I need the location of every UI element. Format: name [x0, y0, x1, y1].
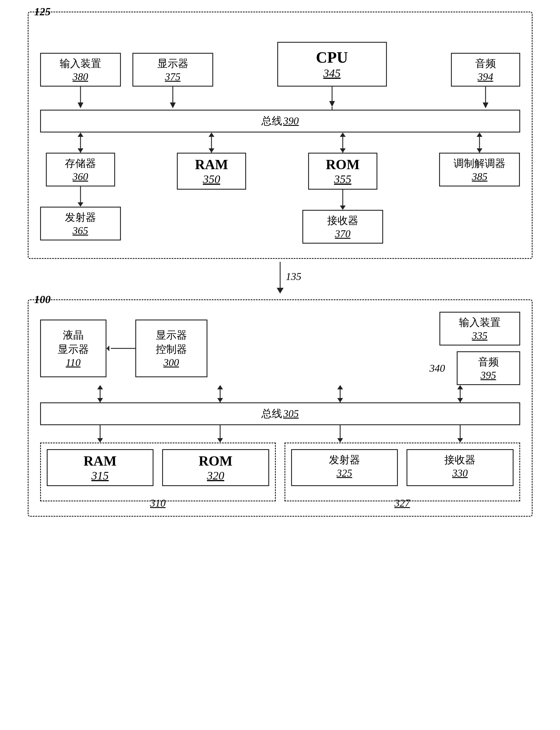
arrow-rom-top: [338, 132, 347, 153]
connection-label: 135: [286, 270, 301, 282]
connection-340-label: 340: [430, 362, 445, 374]
svg-marker-18: [340, 132, 346, 137]
bus-top: 总线 390: [40, 110, 520, 132]
svg-marker-19: [340, 148, 346, 153]
svg-marker-36: [337, 385, 343, 390]
storage-top: 存储器 360: [46, 153, 115, 186]
inner-label-right: 327: [394, 497, 410, 509]
arrow-ctrl-to-lcd: [106, 342, 135, 354]
modem-top: 调制解调器 385: [439, 153, 520, 186]
arrow-far-right-to-bus: [456, 385, 465, 403]
inner-box-left: RAM 315 ROM 320 310: [40, 443, 276, 501]
svg-marker-26: [277, 288, 284, 293]
svg-marker-1: [78, 102, 83, 108]
arrow-ctrl-to-bus: [96, 385, 104, 403]
svg-marker-44: [217, 438, 223, 443]
top-system-label: 125: [34, 5, 51, 18]
svg-marker-34: [217, 398, 223, 403]
arrow-rom-receiver: [338, 190, 347, 210]
svg-marker-40: [457, 398, 463, 403]
audio-top: 音频 394: [451, 53, 520, 87]
ram-bottom: RAM 315: [47, 449, 154, 486]
svg-marker-24: [477, 148, 482, 153]
svg-marker-11: [78, 148, 83, 153]
arrow-ram-top: [207, 132, 216, 153]
svg-marker-10: [78, 132, 83, 137]
svg-marker-13: [78, 202, 83, 207]
rom-bottom: ROM 320: [162, 449, 269, 486]
arrow-modem-top: [475, 132, 484, 153]
arrow-bus-to-rom: [216, 425, 224, 443]
arrow-mid-to-bus: [216, 385, 224, 403]
receiver-top: 接收器 370: [302, 210, 383, 244]
svg-marker-48: [457, 438, 463, 443]
svg-marker-31: [97, 398, 103, 403]
arrow-audio-top-down: [481, 87, 490, 110]
arrow-bus-to-receiver: [456, 425, 465, 443]
inner-box-right: 发射器 325 接收器 330 327: [284, 443, 520, 501]
arrow-storage-transmitter: [76, 186, 85, 207]
svg-marker-23: [477, 132, 482, 137]
svg-marker-3: [170, 102, 176, 108]
rom-top: ROM 355: [308, 153, 377, 190]
transmitter-top: 发射器 365: [40, 207, 121, 240]
input-device-bottom: 输入装置 335: [439, 312, 520, 345]
cpu-top: CPU 345: [277, 42, 387, 87]
arrow-cpu-down: [326, 87, 338, 110]
arrow-right-to-bus: [336, 385, 344, 403]
arrow-display-down: [168, 87, 177, 110]
main-diagram: 125 输入装置 380: [12, 12, 548, 517]
bottom-system-label: 100: [34, 293, 51, 306]
svg-marker-30: [97, 385, 103, 390]
receiver-bottom: 接收器 330: [407, 449, 514, 486]
bus-bottom: 总线 305: [40, 403, 520, 425]
svg-marker-15: [209, 132, 214, 137]
svg-marker-39: [457, 385, 463, 390]
svg-marker-5: [329, 101, 335, 107]
svg-marker-37: [337, 398, 343, 403]
svg-marker-42: [97, 438, 103, 443]
arrow-bus-to-transmitter: [336, 425, 344, 443]
ram-top: RAM 350: [177, 153, 246, 190]
svg-marker-28: [106, 345, 109, 351]
svg-marker-33: [217, 385, 223, 390]
input-device-top: 输入装置 380: [40, 53, 121, 87]
audio-bottom: 音频 395: [457, 351, 520, 385]
inner-label-left: 310: [150, 497, 166, 509]
transmitter-bottom: 发射器 325: [291, 449, 398, 486]
arrow-input-down: [76, 87, 85, 110]
svg-marker-16: [209, 148, 214, 153]
svg-marker-21: [340, 205, 346, 210]
arrow-storage-up: [76, 132, 85, 153]
arrow-bus-to-ram: [96, 425, 104, 443]
svg-marker-46: [337, 438, 343, 443]
display-top: 显示器 375: [132, 53, 213, 87]
top-system-box: 125 输入装置 380: [28, 12, 533, 259]
lcd-bottom: 液晶 显示器 110: [40, 319, 106, 377]
bottom-system-box: 100 液晶 显示器 110 显示器 控制器: [28, 299, 533, 517]
svg-marker-8: [483, 102, 488, 108]
display-ctrl-bottom: 显示器 控制器 300: [135, 319, 207, 377]
